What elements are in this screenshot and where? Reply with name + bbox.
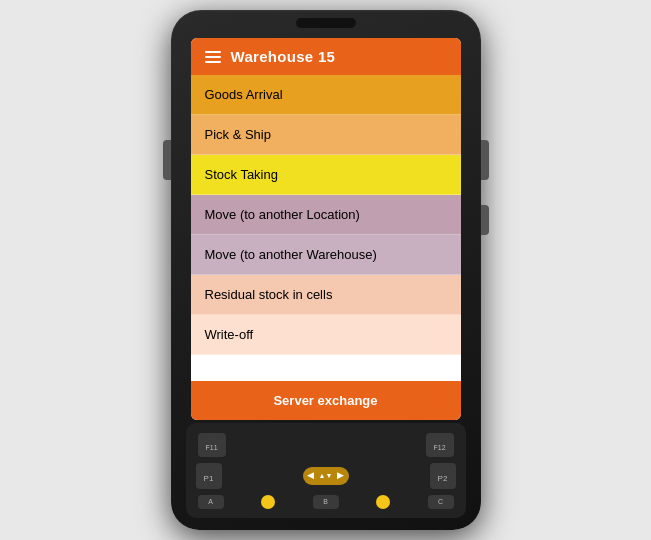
key-a-button[interactable]: A (198, 495, 224, 509)
key-a-label: A (208, 498, 213, 505)
fn11-label: F11 (205, 444, 217, 451)
side-button-left[interactable] (163, 140, 171, 180)
keypad-bottom-row: A B C (194, 495, 458, 509)
yellow-circle-button[interactable] (261, 495, 275, 509)
dpad[interactable]: ◀ ▲▼ ▶ (303, 467, 349, 485)
app-header: Warehouse 15 (191, 38, 461, 75)
key-c-button[interactable]: C (428, 495, 454, 509)
menu-item-3[interactable]: Move (to another Location) (191, 195, 461, 235)
keypad-middle-row: P1 ◀ ▲▼ ▶ P2 (194, 463, 458, 489)
key-b-label: B (323, 498, 328, 505)
menu-item-6[interactable]: Write-off (191, 315, 461, 355)
menu-item-0[interactable]: Goods Arrival (191, 75, 461, 115)
dpad-up-icon: ▲▼ (319, 472, 333, 479)
server-exchange-button[interactable]: Server exchange (191, 381, 461, 420)
yellow-circle-button-2[interactable] (376, 495, 390, 509)
menu-item-4[interactable]: Move (to another Warehouse) (191, 235, 461, 275)
p1-label: P1 (204, 474, 214, 483)
fn12-button[interactable]: F12 (426, 433, 454, 457)
device-screen: Warehouse 15 Goods ArrivalPick & ShipSto… (191, 38, 461, 420)
device-body: Warehouse 15 Goods ArrivalPick & ShipSto… (171, 10, 481, 530)
handheld-device: Warehouse 15 Goods ArrivalPick & ShipSto… (171, 10, 481, 530)
dpad-right-icon: ▶ (337, 471, 344, 480)
side-button-right-lower[interactable] (481, 205, 489, 235)
menu-item-2[interactable]: Stock Taking (191, 155, 461, 195)
keypad-fn-row: F11 F12 (194, 433, 458, 457)
p1-button[interactable]: P1 (196, 463, 222, 489)
speaker-notch (296, 18, 356, 28)
p2-label: P2 (438, 474, 448, 483)
fn12-label: F12 (433, 444, 445, 451)
side-button-right-upper[interactable] (481, 140, 489, 180)
p2-button[interactable]: P2 (430, 463, 456, 489)
fn11-button[interactable]: F11 (198, 433, 226, 457)
dpad-left-icon: ◀ (307, 471, 314, 480)
menu-item-1[interactable]: Pick & Ship (191, 115, 461, 155)
menu-list: Goods ArrivalPick & ShipStock TakingMove… (191, 75, 461, 355)
dpad-center[interactable]: ◀ ▲▼ ▶ (303, 467, 349, 485)
hamburger-icon[interactable] (205, 51, 221, 63)
key-c-label: C (438, 498, 443, 505)
menu-item-5[interactable]: Residual stock in cells (191, 275, 461, 315)
app-title: Warehouse 15 (231, 48, 336, 65)
key-b-button[interactable]: B (313, 495, 339, 509)
keypad-area: F11 F12 P1 ◀ ▲▼ ▶ P2 (186, 423, 466, 518)
